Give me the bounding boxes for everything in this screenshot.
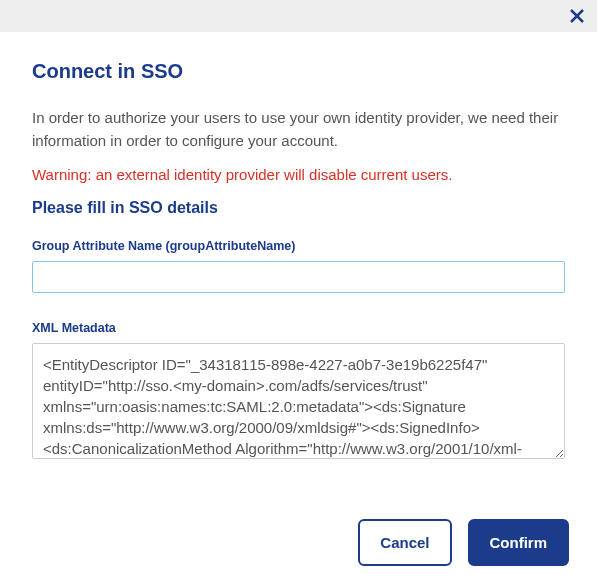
close-button[interactable] — [567, 6, 587, 26]
group-attribute-input[interactable] — [32, 261, 565, 293]
dialog-warning: Warning: an external identity provider w… — [32, 166, 565, 183]
dialog-footer: Cancel Confirm — [358, 519, 569, 566]
dialog-body: Connect in SSO In order to authorize you… — [0, 32, 597, 483]
dialog-description: In order to authorize your users to use … — [32, 107, 565, 152]
xml-metadata-label: XML Metadata — [32, 321, 565, 335]
xml-metadata-textarea[interactable]: <EntityDescriptor ID="_34318115-898e-422… — [32, 343, 565, 459]
dialog-header — [0, 0, 597, 32]
confirm-button[interactable]: Confirm — [468, 519, 570, 566]
dialog-title: Connect in SSO — [32, 60, 565, 83]
close-icon — [569, 8, 585, 24]
group-attribute-label: Group Attribute Name (groupAttributeName… — [32, 239, 565, 253]
dialog-subtitle: Please fill in SSO details — [32, 199, 565, 217]
cancel-button[interactable]: Cancel — [358, 519, 451, 566]
